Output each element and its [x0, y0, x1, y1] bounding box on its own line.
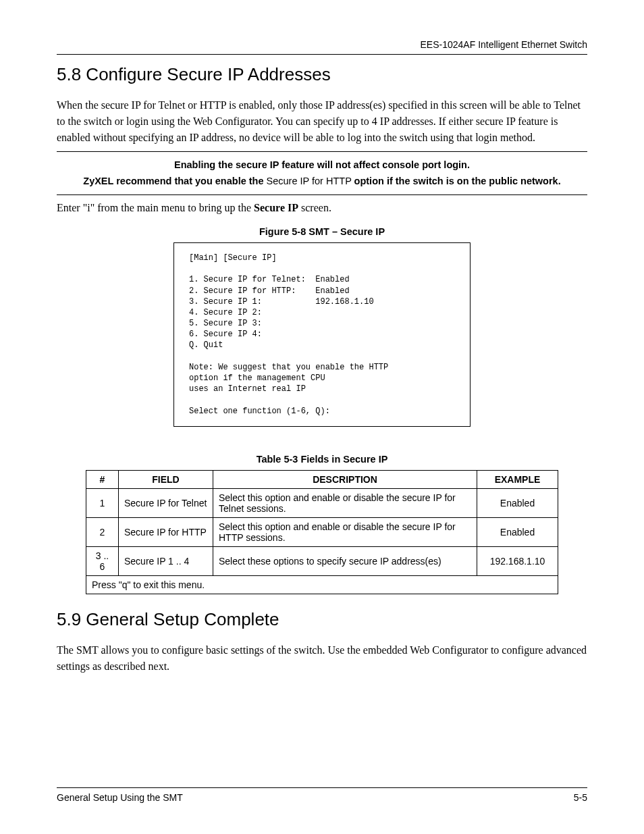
page-footer: General Setup Using the SMT 5-5	[57, 787, 587, 803]
figure-caption: Figure 5-8 SMT – Secure IP	[57, 226, 587, 237]
cell-desc: Select this option and enable or disable…	[213, 488, 477, 517]
cell-field: Secure IP for Telnet	[119, 488, 213, 517]
cell-num: 3 .. 6	[86, 546, 119, 575]
cell-field: Secure IP for HTTP	[119, 517, 213, 546]
th-desc: DESCRIPTION	[213, 470, 477, 488]
cell-ex: Enabled	[477, 488, 558, 517]
header-product-name: EES-1024AF Intelligent Ethernet Switch	[57, 39, 587, 50]
footer-right: 5-5	[574, 792, 587, 803]
th-field: FIELD	[119, 470, 213, 488]
enter-pre: Enter "i" from the main menu to bring up…	[57, 202, 254, 213]
section-5-8-heading: 5.8 Configure Secure IP Addresses	[57, 64, 587, 85]
table-row: 3 .. 6 Secure IP 1 .. 4 Select these opt…	[86, 546, 558, 575]
table-footer-row: Press "q" to exit this menu.	[86, 575, 558, 594]
note-line-2-bold-post: option if the switch is on the public ne…	[354, 176, 561, 186]
fields-table: # FIELD DESCRIPTION EXAMPLE 1 Secure IP …	[86, 470, 558, 594]
cell-num: 2	[86, 517, 119, 546]
section-5-8-paragraph: When the secure IP for Telnet or HTTP is…	[57, 97, 587, 146]
cell-desc: Select this option and enable or disable…	[213, 517, 477, 546]
note-block: Enabling the secure IP feature will not …	[57, 151, 587, 195]
section-5-9-heading: 5.9 General Setup Complete	[57, 609, 587, 630]
section-5-9-paragraph: The SMT allows you to configure basic se…	[57, 642, 587, 675]
cell-field: Secure IP 1 .. 4	[119, 546, 213, 575]
table-caption: Table 5-3 Fields in Secure IP	[57, 454, 587, 465]
smt-secure-ip-screen: [Main] [Secure IP] 1. Secure IP for Teln…	[173, 242, 471, 427]
cell-ex: 192.168.1.10	[477, 546, 558, 575]
cell-ex: Enabled	[477, 517, 558, 546]
cell-num: 1	[86, 488, 119, 517]
table-footer-text: Press "q" to exit this menu.	[86, 575, 558, 594]
cell-desc: Select these options to specify secure I…	[213, 546, 477, 575]
table-row: 2 Secure IP for HTTP Select this option …	[86, 517, 558, 546]
enter-post: screen.	[298, 202, 331, 213]
enter-instruction: Enter "i" from the main menu to bring up…	[57, 202, 587, 214]
footer-left: General Setup Using the SMT	[57, 792, 183, 803]
note-line-2-mid: Secure IP for HTTP	[267, 176, 354, 186]
th-ex: EXAMPLE	[477, 470, 558, 488]
note-line-2-bold-pre: ZyXEL recommend that you enable the	[83, 176, 266, 186]
note-line-2: ZyXEL recommend that you enable the Secu…	[63, 174, 581, 188]
note-line-1: Enabling the secure IP feature will not …	[63, 157, 581, 172]
page-header: EES-1024AF Intelligent Ethernet Switch	[57, 39, 587, 55]
table-row: 1 Secure IP for Telnet Select this optio…	[86, 488, 558, 517]
th-num: #	[86, 470, 119, 488]
table-header-row: # FIELD DESCRIPTION EXAMPLE	[86, 470, 558, 488]
enter-bold: Secure IP	[254, 202, 298, 213]
